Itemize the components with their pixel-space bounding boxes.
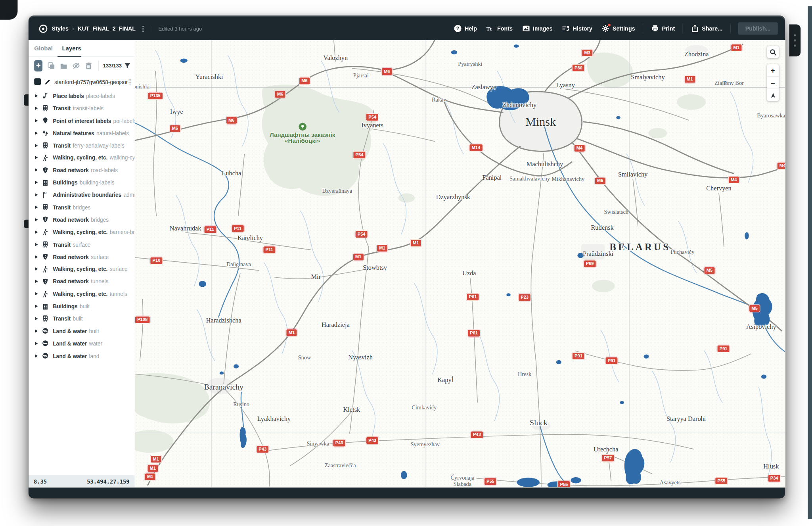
hide-layer-eye-off-icon[interactable] (73, 62, 80, 69)
layer-group-name: Point of interest labels (53, 117, 111, 124)
layer-group-row-place-labels[interactable]: Place labelsplace-labels (29, 90, 135, 102)
expand-caret-icon[interactable] (35, 243, 38, 246)
expand-caret-icon[interactable] (35, 119, 38, 122)
layer-group-row-road-labels[interactable]: Road networkroad-labels (29, 164, 135, 176)
tab-layers[interactable]: Layers (62, 45, 81, 52)
layer-list: Place labelsplace-labelsTransittransit-l… (29, 90, 135, 362)
map-place-label: Rakaw (432, 96, 448, 103)
expand-caret-icon[interactable] (35, 144, 38, 147)
tab-global[interactable]: Global (34, 45, 53, 52)
expand-caret-icon[interactable] (35, 218, 38, 221)
layer-group-row-built[interactable]: Transitbuilt (29, 313, 135, 325)
layer-group-row-bridges[interactable]: Road networkbridges (29, 213, 135, 226)
compass-button[interactable] (767, 88, 779, 101)
active-tab-underline (57, 56, 81, 57)
layer-group-row-walking-cycling-labels[interactable]: Walking, cycling, etc.walking-cycling-la… (29, 152, 135, 164)
layer-group-row-bridges[interactable]: Transitbridges (29, 201, 135, 213)
history-button[interactable]: History (562, 25, 592, 33)
publish-button[interactable]: Publish... (738, 22, 778, 35)
map-place-label: Cimkavičy (412, 404, 437, 411)
layer-group-row-water[interactable]: Land & waterwater (29, 337, 135, 349)
expand-caret-icon[interactable] (35, 131, 38, 134)
layer-group-row-barriers-bridges[interactable]: Walking, cycling, etc.barriers-bridges (29, 226, 135, 238)
expand-caret-icon[interactable] (35, 181, 38, 184)
filter-layers-icon[interactable] (124, 62, 130, 69)
expand-caret-icon[interactable] (35, 94, 38, 98)
group-folder-icon[interactable] (60, 62, 67, 69)
expand-caret-icon[interactable] (35, 292, 38, 296)
style-title[interactable]: KUT_FINAL_2_FINAL (78, 25, 136, 32)
expand-caret-icon[interactable] (35, 230, 38, 234)
toolbar-divider (730, 23, 731, 34)
road-shield: P43 (333, 439, 346, 447)
layer-group-row-built[interactable]: Land & waterbuilt (29, 325, 135, 337)
place-icon (42, 92, 49, 99)
expand-caret-icon[interactable] (35, 267, 38, 271)
layer-group-name: Natural features (53, 130, 94, 136)
expand-caret-icon[interactable] (35, 205, 38, 209)
road-shield: M1 (353, 253, 364, 261)
share-button[interactable]: Share... (691, 25, 722, 33)
road-shield: P54 (366, 113, 379, 121)
layer-group-row-land[interactable]: Land & waterland (29, 349, 135, 362)
layer-group-row-admin[interactable]: Administrative boundariesadmin (29, 189, 135, 201)
expand-caret-icon[interactable] (35, 156, 38, 159)
expand-caret-icon[interactable] (35, 107, 38, 110)
layer-group-suffix: bridges (73, 204, 90, 211)
expand-caret-icon[interactable] (35, 305, 38, 308)
layer-group-row-building-labels[interactable]: Buildingsbuilding-labels (29, 176, 135, 188)
layer-group-row-ferry-aerialway-labels[interactable]: Transitferry-aerialway-labels (29, 139, 135, 152)
road-shield: M1 (150, 455, 161, 463)
expand-caret-icon[interactable] (35, 169, 38, 172)
delete-layer-trash-icon[interactable] (85, 62, 92, 69)
road-shield: M4 (574, 144, 585, 152)
expand-caret-icon[interactable] (35, 354, 38, 357)
map-statusbar: 8.35 53.494,27.159 (29, 475, 135, 487)
layer-group-row-transit-labels[interactable]: Transittransit-labels (29, 102, 135, 114)
layer-group-name: Administrative boundaries (53, 192, 121, 198)
map-place-label: Rusino (233, 401, 249, 407)
layers-toolbar: + 133/133 (29, 57, 135, 74)
expand-caret-icon[interactable] (35, 330, 38, 333)
expand-caret-icon[interactable] (35, 342, 38, 345)
layer-group-name: Walking, cycling, etc. (53, 266, 107, 273)
layer-color-swatch[interactable] (34, 78, 41, 85)
fonts-button[interactable]: Tt Fonts (486, 25, 513, 33)
layer-row-stanford-geojson[interactable]: stanford-jb757gw0658-geojson-3... ⣿ (29, 76, 135, 88)
print-button[interactable]: Print (651, 25, 675, 33)
expand-caret-icon[interactable] (35, 255, 38, 258)
breadcrumb-styles[interactable]: Styles (52, 25, 69, 32)
zoom-out-button[interactable]: − (767, 76, 779, 88)
print-icon (651, 25, 659, 33)
map-place-label: Byarosawka (757, 112, 785, 119)
map-search-button[interactable] (767, 46, 779, 58)
layer-group-row-poi-labels[interactable]: Point of interest labelspoi-labels (29, 114, 135, 127)
zoom-in-button[interactable]: + (767, 64, 779, 76)
duplicate-layer-icon[interactable] (48, 62, 55, 69)
layer-group-row-tunnels[interactable]: Road networktunnels (29, 275, 135, 288)
road-shield: M4 (728, 176, 739, 184)
layer-group-row-built[interactable]: Buildingsbuilt (29, 300, 135, 312)
drag-handle-icon[interactable]: ⣿ (128, 78, 132, 85)
layer-group-name: Transit (53, 105, 71, 111)
add-layer-button[interactable]: + (34, 60, 42, 71)
layer-group-row-surface[interactable]: Walking, cycling, etc.surface (29, 263, 135, 275)
expand-caret-icon[interactable] (35, 317, 38, 320)
settings-button[interactable]: Settings (602, 25, 635, 33)
expand-caret-icon[interactable] (35, 193, 38, 196)
map-canvas[interactable]: Ландшафтны заказнік «Налібоцкі» MinskBEL… (135, 40, 785, 487)
layer-group-row-surface[interactable]: Road networksurface (29, 251, 135, 263)
style-menu-kebab-icon[interactable]: ⋮ (140, 25, 147, 33)
svg-text:Tt: Tt (486, 26, 492, 32)
layer-group-suffix: built (73, 315, 82, 322)
images-button[interactable]: Images (522, 25, 553, 33)
help-button[interactable]: ? Help (454, 25, 477, 33)
expand-caret-icon[interactable] (35, 280, 38, 283)
layer-group-row-surface[interactable]: Transitsurface (29, 238, 135, 250)
layer-group-name: Transit (53, 204, 71, 211)
layer-group-row-natural-labels[interactable]: Natural featuresnatural-labels (29, 127, 135, 139)
road-shield: P57 (601, 454, 615, 462)
road-shield: M14 (469, 144, 483, 152)
road-shield: M6 (226, 116, 237, 124)
layer-group-row-tunnels[interactable]: Walking, cycling, etc.tunnels (29, 288, 135, 300)
